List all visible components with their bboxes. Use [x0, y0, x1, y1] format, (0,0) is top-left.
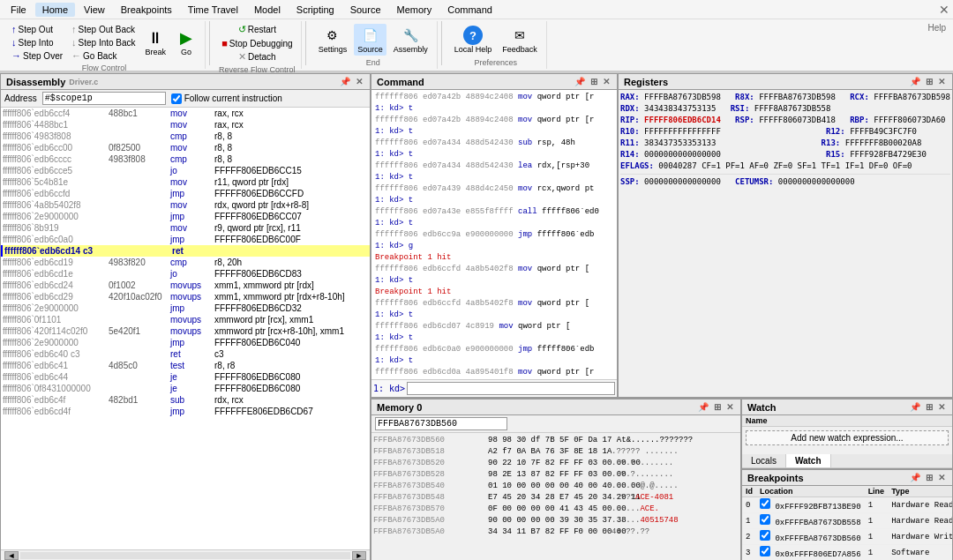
bp-pin-icon[interactable]: 📌 [908, 473, 922, 482]
table-row[interactable]: ffffff806`edb6cd1ejoFFFFF806EDB6CD83 [1, 268, 370, 280]
settings-label: Settings [319, 45, 348, 54]
detach-button[interactable]: ✕ Detach [236, 50, 279, 63]
table-row[interactable]: ffffff806`edb6c414d85c0testr8, r8 [1, 360, 370, 371]
step-into-back-button[interactable]: ↓ Step Into Back [69, 36, 139, 49]
step-over-button[interactable]: → Step Over [9, 49, 65, 62]
step-into-button[interactable]: ↓ Step Into [9, 36, 65, 49]
watch-pop-icon[interactable]: ⊞ [924, 402, 934, 412]
restart-button[interactable]: ↺ Restart [236, 23, 279, 36]
menu-scripting[interactable]: Scripting [289, 3, 341, 17]
bp-checkbox-3[interactable] [760, 546, 770, 556]
watch-close-icon[interactable]: ✕ [936, 402, 947, 412]
table-row[interactable]: ffffff806`edb6cd240f1002movupsxmm1, xmmw… [1, 280, 370, 291]
table-row[interactable]: ffffff806`2e9000000jmpFFFFF806EDB6C040 [1, 337, 370, 348]
bp-close-icon[interactable]: ✕ [936, 473, 947, 482]
follow-checkbox[interactable] [171, 93, 182, 104]
table-row[interactable]: ffffff806`edb6cd194983f820cmpr8, 20h [1, 257, 370, 268]
table-row[interactable]: ffffff806`edb6c44jeFFFFF806EDB6C080 [1, 371, 370, 383]
table-row[interactable]: ffffff806`4a8b5402f8movrdx, qword ptr [r… [1, 199, 370, 211]
bp-pop-icon[interactable]: ⊞ [924, 473, 934, 482]
table-row[interactable]: ffffff806`edb6cd14 c3 ret [1, 245, 370, 257]
disassembly-scroll[interactable]: ffffff806`edb6ccf4488bc1movrax, rcx ffff… [1, 108, 370, 549]
scroll-left-icon[interactable]: ◄ [4, 551, 19, 560]
add-watch-button[interactable]: Add new watch expression... [746, 430, 949, 445]
cmd-pin-icon[interactable]: 📌 [573, 77, 587, 86]
scroll-track[interactable] [20, 552, 350, 559]
table-row[interactable]: 0 0xFFFF92BFB713BE90 1 Hardware Read 184… [742, 497, 952, 513]
table-row[interactable]: ffffff806`5c4b81emovr11, qword ptr [rdx] [1, 176, 370, 188]
table-row[interactable]: ffffff806`edb6c0a0jmpFFFFF806EDB6C00F [1, 234, 370, 245]
separator-1 [209, 21, 210, 65]
memory-content[interactable]: FFFBA87673DB56098 98 30 df 7B 5F 0F Da 1… [371, 433, 740, 560]
scroll-right-icon[interactable]: ► [352, 551, 366, 560]
table-row[interactable]: ffffff806`edb6c4f482bd1subrdx, rcx [1, 394, 370, 406]
cmd-pop-icon[interactable]: ⊞ [589, 77, 599, 86]
table-row[interactable]: ffffff806`2e9000000jmpFFFFF806EDB6CD32 [1, 302, 370, 314]
locals-tab[interactable]: Locals [742, 454, 786, 467]
menu-view[interactable]: View [77, 3, 112, 17]
table-row[interactable]: ffffff806`420f114c02f05e420f1movupsxmmwo… [1, 325, 370, 337]
menu-memory[interactable]: Memory [390, 3, 439, 17]
table-row[interactable]: ffffff806`edb6ccf4488bc1movrax, rcx [1, 108, 370, 119]
disasm-close-icon[interactable]: ✕ [354, 77, 364, 86]
bp-checkbox-2[interactable] [760, 530, 770, 541]
breakpoints-content[interactable]: Id Location Line Type Hit Count Functio.… [742, 486, 952, 560]
table-row[interactable]: ffffff806`edb6c40 c3retc3 [1, 348, 370, 360]
break-button[interactable]: ⏸ Break [142, 26, 170, 58]
mem-pin-icon[interactable]: 📌 [696, 402, 710, 412]
bp-checkbox-1[interactable] [760, 514, 770, 525]
memory-toolbar [371, 415, 740, 433]
command-content[interactable]: ffffff806 ed07a42b 48894c2408 mov qword … [371, 90, 617, 379]
watch-pin-icon[interactable]: 📌 [908, 402, 922, 412]
step-out-back-button[interactable]: ↑ Step Out Back [69, 23, 139, 35]
memory-address-input[interactable] [375, 417, 507, 430]
disasm-scrollbar-area[interactable]: ◄ ► [1, 549, 370, 560]
go-button[interactable]: ▶ Go [173, 26, 199, 58]
cmd-close-icon[interactable]: ✕ [601, 77, 612, 86]
menu-time-travel[interactable]: Time Travel [181, 3, 245, 17]
menu-breakpoints[interactable]: Breakpoints [114, 3, 179, 17]
menu-model[interactable]: Model [247, 3, 288, 17]
table-row[interactable]: ffffff806`edb6cce5joFFFFF806EDB6CC15 [1, 165, 370, 176]
table-row[interactable]: ffffff806`edb6cc000f82500movr8, 8 [1, 142, 370, 153]
menu-home[interactable]: Home [35, 3, 75, 17]
feedback-button[interactable]: ✉ Feedback [499, 24, 541, 56]
reg-pin-icon[interactable]: 📌 [908, 77, 922, 86]
table-row[interactable]: 2 0xFFFFBA87673DB560 1 Hardware Write 18… [742, 529, 952, 545]
table-row[interactable]: ffffff806`edb6ccfdjmpFFFFF806EDB6CCFD [1, 188, 370, 199]
feedback-label: Feedback [502, 45, 537, 54]
table-row[interactable]: ffffff806`0f8431000000jeFFFFF806EDB6C080 [1, 383, 370, 394]
source-button[interactable]: 📄 Source [354, 24, 386, 56]
table-row[interactable]: ffffff806`edb6cccc4983f808cmpr8, 8 [1, 153, 370, 165]
table-row[interactable]: ffffff806`2e9000000jmpFFFFF806EDB6CC07 [1, 211, 370, 222]
table-row[interactable]: ffffff806`edb6cd29420f10ac02f0movupsxmm1… [1, 291, 370, 302]
table-row[interactable]: ffffff806`0f1101movupsxmmword ptr [rcx],… [1, 314, 370, 325]
mem-close-icon[interactable]: ✕ [724, 402, 735, 412]
address-input[interactable] [42, 92, 166, 105]
pin-icon[interactable]: 📌 [338, 77, 352, 86]
watch-content[interactable]: Name Add new watch expression... [742, 415, 952, 454]
local-help-button[interactable]: ? Local Help [451, 24, 496, 56]
close-icon[interactable]: ✕ [939, 3, 949, 17]
table-row[interactable]: 3 0x0xFFFF806ED7A856 1 Software [742, 545, 952, 561]
mem-pop-icon[interactable]: ⊞ [712, 402, 723, 412]
settings-button[interactable]: ⚙ Settings [315, 24, 351, 56]
watch-tab[interactable]: Watch [786, 454, 831, 467]
command-input[interactable] [407, 382, 615, 395]
bp-checkbox-0[interactable] [760, 498, 770, 509]
go-back-button[interactable]: ← Go Back [69, 49, 139, 62]
table-row[interactable]: ffffff806`4983f808cmpr8, 8 [1, 131, 370, 142]
table-row[interactable]: ffffff806`edb6cd4fjmpFFFFFFE806EDB6CD67 [1, 406, 370, 417]
table-row[interactable]: ffffff806`8b919movr9, qword ptr [rcx], r… [1, 222, 370, 234]
cmd-line: 1: kd> t [373, 332, 615, 344]
menu-command[interactable]: Command [440, 3, 499, 17]
step-out-button[interactable]: ↑ Step Out [9, 23, 65, 35]
reg-pop-icon[interactable]: ⊞ [924, 77, 934, 86]
menu-source[interactable]: Source [343, 3, 388, 17]
assembly-button[interactable]: 🔧 Assembly [390, 24, 431, 56]
stop-debugging-button[interactable]: ■ Stop Debugging [219, 37, 295, 49]
table-row[interactable]: 1 0xFFFFBA87673DB558 1 Hardware Read 184… [742, 513, 952, 529]
reg-close-icon[interactable]: ✕ [936, 77, 947, 86]
table-row[interactable]: ffffff806`4488bc1movrax, rcx [1, 119, 370, 131]
menu-file[interactable]: File [4, 3, 34, 17]
